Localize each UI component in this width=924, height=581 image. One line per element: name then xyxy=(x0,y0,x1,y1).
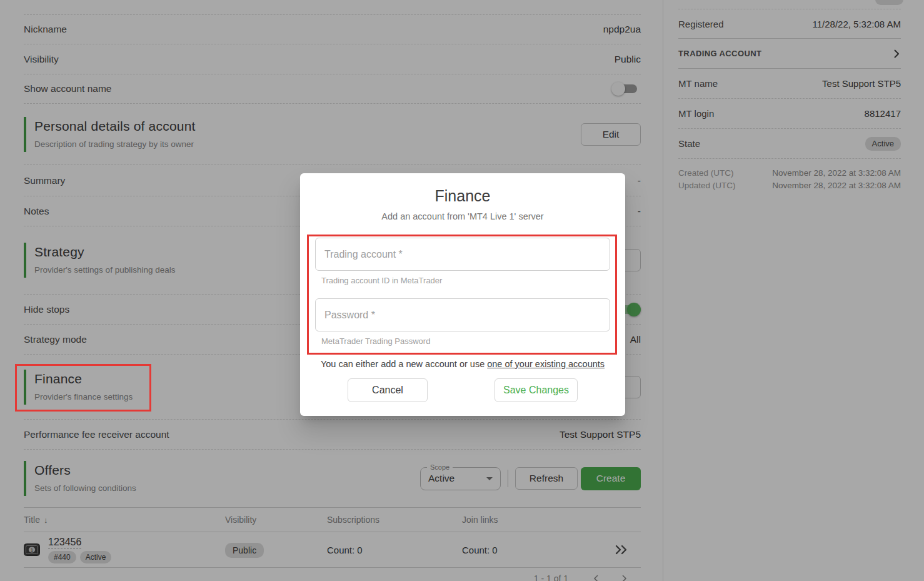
password-helper: MetaTrader Trading Password xyxy=(321,336,610,346)
modal-actions: Cancel Save Changes xyxy=(348,378,578,402)
existing-accounts-hint: You can either add a new account or use … xyxy=(315,359,610,369)
provider-settings-page: Nickname npdp2ua Visibility Public Show … xyxy=(0,0,924,581)
modal-title: Finance xyxy=(315,187,610,205)
trading-account-input[interactable] xyxy=(315,238,610,271)
existing-accounts-link[interactable]: one of your existing accounts xyxy=(487,359,605,369)
save-changes-button[interactable]: Save Changes xyxy=(495,378,578,402)
password-input[interactable] xyxy=(315,298,610,331)
modal-subtitle: Add an account from 'MT4 Live 1' server xyxy=(315,211,610,221)
finance-modal: Finance Add an account from 'MT4 Live 1'… xyxy=(300,173,625,416)
trading-account-helper: Trading account ID in MetaTrader xyxy=(321,276,610,285)
cancel-button[interactable]: Cancel xyxy=(348,378,428,402)
